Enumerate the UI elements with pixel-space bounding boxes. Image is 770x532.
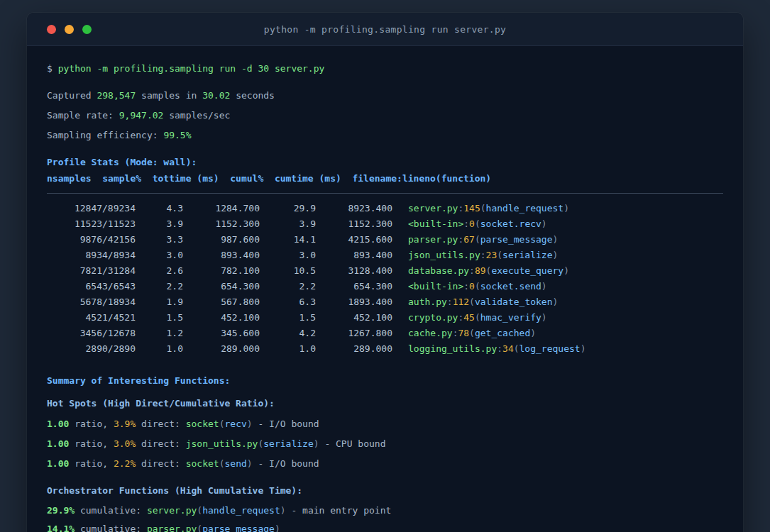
titlebar: python -m profiling.sampling run server.… — [27, 13, 743, 46]
function-file: json_utils.py — [408, 250, 480, 260]
hotspot-ratio: 1.00 — [47, 419, 69, 429]
cell-sample-pct: 1.5 — [136, 310, 183, 326]
hotspot-ratio-label: ratio, — [75, 458, 108, 469]
hot-spots-list: 1.00 ratio, 3.9% direct: socket(recv) - … — [47, 414, 723, 474]
cell-cumul-pct: 4.2 — [260, 326, 316, 341]
orchestrator-target: parser.py — [147, 523, 197, 532]
cell-nsamples: 7821/31284 — [47, 263, 136, 279]
close-paren: ) — [541, 312, 547, 323]
orchestrator-percent: 29.9% — [47, 505, 75, 516]
function-lineno: 34 — [502, 343, 514, 354]
table-header: nsamples sample% tottime (ms) cumul% cum… — [47, 171, 723, 187]
cell-sample-pct: 2.6 — [136, 263, 183, 279]
cell-sample-pct: 3.0 — [136, 248, 183, 263]
cell-tottime: 567.800 — [183, 294, 260, 310]
function-lineno: 67 — [463, 234, 475, 245]
hotspot-note: - CPU bound — [324, 438, 385, 449]
cell-function: server.py:145(handle_request) — [408, 201, 569, 216]
orchestrators-heading: Orchestrator Functions (High Cumulative … — [47, 484, 723, 498]
colon-separator: : — [447, 297, 453, 307]
cell-sample-pct: 3.3 — [136, 232, 183, 248]
cell-tottime: 987.600 — [183, 232, 260, 248]
hotspot-target: socket — [186, 458, 219, 469]
cell-tottime: 1284.700 — [183, 201, 260, 216]
captured-line: Captured 298,547 samples in 30.02 second… — [47, 86, 723, 106]
open-paren: ( — [475, 312, 480, 323]
maximize-button[interactable] — [82, 25, 92, 34]
orchestrator-note: - main entry point — [291, 505, 391, 516]
captured-infix: samples in — [141, 90, 197, 101]
orchestrator-function: parse_message — [202, 523, 275, 532]
table-row: 2890/28901.0289.0001.0289.000logging_uti… — [47, 341, 723, 357]
function-name: serialize — [502, 250, 552, 260]
cell-sample-pct: 4.3 — [136, 201, 183, 216]
cell-cumtime: 1267.800 — [316, 326, 392, 341]
cell-nsamples: 2890/2890 — [47, 341, 136, 357]
cell-cumul-pct: 29.9 — [260, 201, 316, 216]
function-name: socket.send — [480, 281, 541, 292]
command-line: $ python -m profiling.sampling run -d 30… — [47, 62, 723, 76]
close-paren: ) — [563, 203, 569, 214]
table-row: 12847/892344.31284.70029.98923.400server… — [47, 201, 723, 216]
close-paren: ) — [247, 458, 253, 469]
close-paren: ) — [247, 419, 253, 429]
close-button[interactable] — [47, 25, 56, 34]
orchestrator-cumulative-label: cumulative: — [80, 523, 141, 532]
function-file: server.py — [408, 203, 458, 214]
hotspot-ratio: 1.00 — [47, 458, 69, 469]
function-file: <built-in> — [408, 281, 463, 292]
hotspot-direct-label: direct: — [141, 458, 180, 469]
cell-nsamples: 4521/4521 — [47, 310, 136, 326]
hotspot-target: json_utils.py — [186, 438, 258, 449]
capture-stats: Captured 298,547 samples in 30.02 second… — [47, 86, 723, 145]
cell-sample-pct: 1.2 — [136, 326, 183, 341]
orchestrator-percent: 14.1% — [47, 523, 75, 532]
hotspot-direct-label: direct: — [141, 438, 180, 449]
window-title: python -m profiling.sampling run server.… — [27, 24, 743, 35]
hotspot-note: - I/O bound — [258, 458, 319, 469]
colon-separator: : — [497, 343, 502, 354]
cell-function: <built-in>:0(socket.recv) — [408, 216, 547, 232]
hotspot-ratio: 1.00 — [47, 438, 69, 449]
efficiency-value: 99.5% — [163, 130, 191, 140]
hotspot-ratio-label: ratio, — [75, 419, 108, 429]
colon-separator: : — [480, 250, 486, 260]
table-row: 3456/126781.2345.6004.21267.800cache.py:… — [47, 326, 723, 341]
minimize-button[interactable] — [65, 25, 74, 34]
hotspot-ratio-label: ratio, — [75, 438, 108, 449]
hot-spot-line: 1.00 ratio, 3.9% direct: socket(recv) - … — [47, 414, 723, 434]
table-divider — [47, 193, 723, 194]
hot-spot-line: 1.00 ratio, 3.0% direct: json_utils.py(s… — [47, 434, 723, 454]
table-row: 4521/45211.5452.1001.5452.100crypto.py:4… — [47, 310, 723, 326]
cell-function: database.py:89(execute_query) — [408, 263, 569, 279]
sample-rate-line: Sample rate: 9,947.02 samples/sec — [47, 106, 723, 126]
function-file: parser.py — [408, 234, 458, 245]
open-paren: ( — [475, 218, 480, 229]
orchestrator-line: 14.1% cumulative: parser.py(parse_messag… — [47, 520, 723, 532]
function-file: crypto.py — [408, 312, 458, 323]
stats-table-body: 12847/892344.31284.70029.98923.400server… — [47, 201, 723, 357]
table-row: 8934/89343.0893.4003.0893.400json_utils.… — [47, 248, 723, 263]
cell-cumtime: 8923.400 — [316, 201, 392, 216]
function-lineno: 0 — [469, 281, 475, 292]
hotspot-method: recv — [225, 419, 247, 429]
open-paren: ( — [469, 297, 475, 307]
cell-tottime: 782.100 — [183, 263, 260, 279]
close-paren: ) — [314, 438, 319, 449]
hot-spots-heading: Hot Spots (High Direct/Cumulative Ratio)… — [47, 397, 723, 411]
function-file: database.py — [408, 265, 469, 276]
table-row: 6543/65432.2654.3002.2654.300<built-in>:… — [47, 279, 723, 294]
cell-cumul-pct: 3.0 — [260, 248, 316, 263]
function-lineno: 0 — [469, 218, 475, 229]
function-lineno: 23 — [486, 250, 497, 260]
efficiency-line: Sampling efficiency: 99.5% — [47, 126, 723, 145]
sample-rate-unit: samples/sec — [169, 110, 230, 121]
close-paren: ) — [530, 328, 536, 338]
hotspot-method: send — [225, 458, 247, 469]
captured-seconds: 30.02 — [202, 90, 230, 101]
summary-heading: Summary of Interesting Functions: — [47, 374, 723, 388]
cell-cumul-pct: 2.2 — [260, 279, 316, 294]
cell-nsamples: 5678/18934 — [47, 294, 136, 310]
command-text: python -m profiling.sampling run -d 30 s… — [58, 63, 325, 74]
cell-nsamples: 6543/6543 — [47, 279, 136, 294]
